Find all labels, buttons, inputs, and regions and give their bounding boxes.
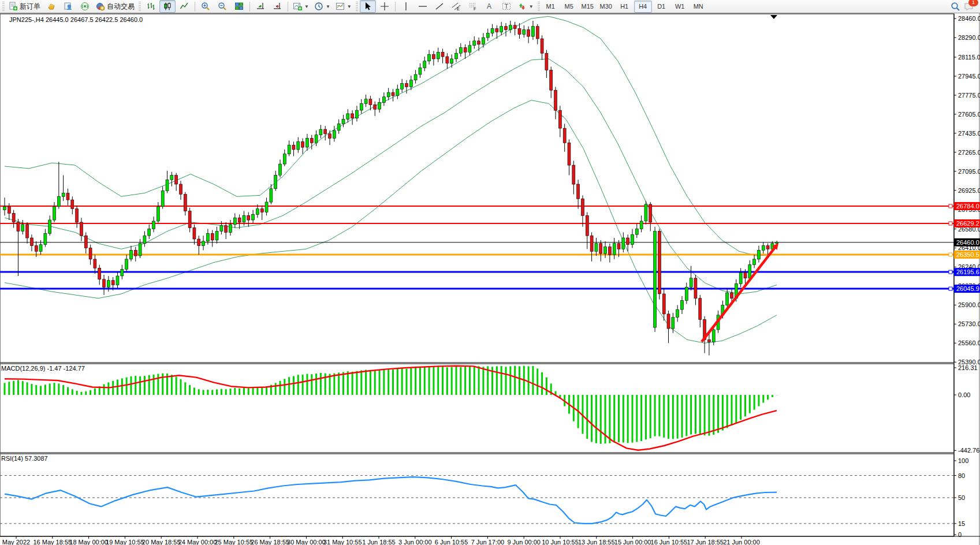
candle-up [139,244,141,256]
price-tick-label: 26925.0 [958,187,980,194]
candle-up [486,33,489,38]
time-tick-label: May 2022 [2,539,30,545]
candle-down [351,114,354,118]
candle-up [776,242,778,244]
candle-up [459,48,462,54]
candle-up [107,281,110,288]
candle-down [35,246,38,252]
time-tick-label: 1 Jun 18:55 [362,539,396,545]
candle-up [378,103,381,110]
hline-anchor[interactable] [949,222,952,225]
price-tick-label: 27095.0 [958,168,980,175]
time-tick-label: 25 May 10:55 [214,539,253,545]
candle-down [766,246,769,249]
time-tick-label: 7 Jun 17:00 [471,539,505,545]
candle-down [12,213,15,222]
time-axis[interactable]: May 202216 May 18:5518 May 00:0019 May 1… [2,536,760,545]
candle-down [432,54,435,59]
candle-down [26,225,29,238]
candle-down [89,248,92,259]
price-line-value: 26350.5 [956,251,979,258]
candle-down [513,25,516,29]
main-panel[interactable] [0,14,954,363]
candle-up [53,207,56,220]
candle-up [297,141,300,150]
candle-up [364,99,367,104]
candle-down [103,279,106,288]
candle-down [744,272,747,278]
candle-up [672,318,675,329]
candle-up [252,214,255,220]
price-chart[interactable]: 28460.028290.028115.027945.027775.027605… [0,0,980,545]
candle-down [405,84,408,87]
candle-down [554,90,557,110]
candle-down [179,184,182,194]
time-tick-label: 10 Jun 10:55 [542,539,579,545]
candle-up [274,176,277,189]
candle-up [676,309,679,318]
candle-up [396,89,399,96]
candle-up [265,202,268,212]
candle-up [401,84,404,89]
time-tick-label: 19 May 10:55 [106,539,144,545]
rsi-panel[interactable] [0,454,954,536]
time-tick-label: 18 May 00:00 [69,539,108,545]
candle-up [121,269,124,276]
candle-down [369,99,372,105]
candle-up [315,135,318,143]
price-tick-label: 27605.0 [958,111,980,118]
rsi-tick-label: 50 [958,494,965,501]
hline-anchor[interactable] [949,287,952,290]
candle-down [505,27,508,30]
candle-down [495,29,498,32]
candle-down [694,278,697,298]
candle-down [392,92,394,96]
candle-up [57,196,60,206]
candle-down [478,41,480,44]
candle-down [545,53,548,70]
rsi-tick-label: 80 [958,472,965,479]
candle-up [712,330,715,342]
candle-down [658,231,661,294]
candle-up [283,154,286,164]
price-tick-label: 28290.0 [958,34,980,41]
candle-up [333,130,336,139]
macd-tick-label: -442.76 [958,447,979,454]
candle-down [134,250,137,256]
macd-panel[interactable] [0,364,954,453]
candle-up [21,225,24,232]
candle-down [563,128,566,143]
candle-up [360,103,363,110]
hline-anchor[interactable] [949,253,952,256]
hline-anchor[interactable] [949,270,952,274]
hline-anchor[interactable] [949,204,952,208]
candle-up [387,92,390,97]
price-tick-label: 27435.0 [958,130,980,137]
candle-up [206,233,209,241]
price-axis[interactable]: 28460.028290.028115.027945.027775.027605… [954,14,980,538]
chart-title: JPN225-,H4 26445.0 26467.5 26422.5 26460… [9,16,143,23]
rsi-tick-label: 0 [958,531,962,538]
candle-up [419,68,422,74]
candle-down [211,233,214,240]
candle-down [188,211,191,228]
candle-up [531,27,534,36]
candle-up [342,120,345,124]
time-tick-label: 9 Jun 00:00 [507,539,541,545]
candle-down [699,298,702,320]
candle-up [161,191,164,207]
candle-down [572,165,575,184]
candle-down [175,176,178,185]
candle-up [690,278,692,288]
price-line-value: 26195.6 [956,268,979,275]
candle-up [437,52,439,59]
candle-up [170,176,173,180]
candle-up [644,204,647,221]
time-tick-label: 3 Jun 00:00 [398,539,432,545]
candle-down [590,236,593,251]
candle-down [260,209,263,212]
candle-up [450,59,453,64]
candle-down [558,110,561,128]
candle-down [324,129,327,134]
candle-up [739,272,742,283]
